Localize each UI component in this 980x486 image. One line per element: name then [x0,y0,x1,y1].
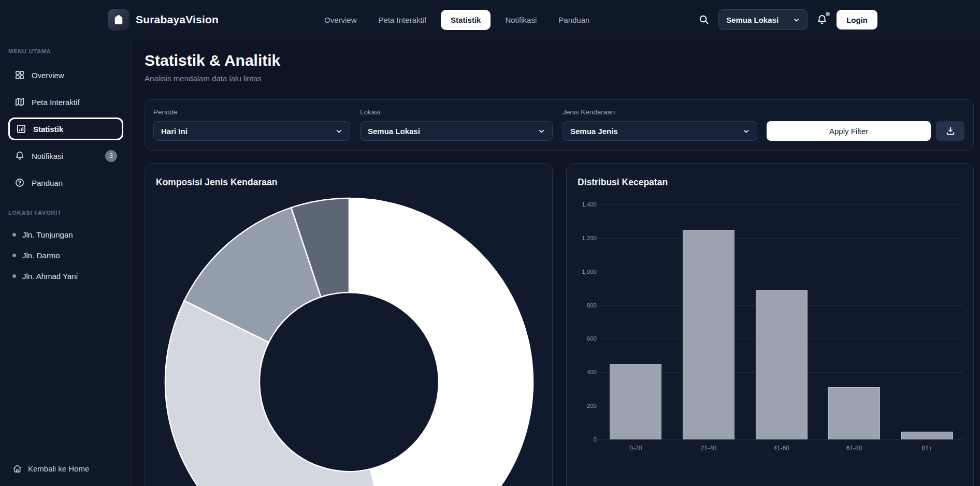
bullet-dot-icon [12,254,16,257]
y-axis-tick-label: 1,400 [568,201,597,208]
y-axis-tick-label: 200 [568,402,597,409]
x-axis-tick-label: 21-40 [672,445,745,452]
gridline [599,204,963,205]
jenis-kendaraan-select[interactable]: Semua Jenis [563,121,757,141]
bar [828,387,880,439]
bell-icon[interactable] [816,14,828,25]
main-content: Statistik & Analitik Analisis mendalam d… [132,39,980,486]
lokasi-select-value: Semua Lokasi [368,127,420,136]
y-axis-tick-label: 0 [568,436,597,443]
y-axis-tick-label: 1,200 [568,234,597,242]
bell-icon [15,151,25,161]
nav-link-panduan[interactable]: Panduan [551,10,597,30]
app-root: SurabayaVision Overview Peta Interaktif … [0,0,980,486]
sidebar-item-peta-interaktif[interactable]: Peta Interaktif [8,91,123,113]
y-axis-tick-label: 1,000 [568,268,597,275]
donut-segment [165,301,393,486]
login-button[interactable]: Login [837,10,877,30]
main-nav: Overview Peta Interaktif Statistik Notif… [317,0,597,39]
chevron-down-icon [336,128,342,135]
location-select-value: Semua Lokasi [726,16,779,24]
page-title: Statistik & Analitik [145,52,974,69]
lokasi-select[interactable]: Semua Lokasi [360,121,553,141]
gridline [599,238,963,239]
bullet-dot-icon [12,274,16,278]
y-axis-tick-label: 800 [568,302,597,309]
grid-icon [15,70,25,80]
home-icon [12,464,22,474]
x-axis-tick-label: 81+ [890,445,963,452]
map-icon [15,97,25,107]
bar [901,432,953,439]
bar [610,364,661,439]
x-axis-tick-label: 41-60 [745,445,818,452]
x-axis-tick-label: 0-20 [599,445,672,452]
x-axis-tick-label: 61-80 [818,445,891,452]
favorite-location-ahmad-yani[interactable]: Jln. Ahmad Yani [8,267,123,285]
chevron-down-icon [743,128,750,135]
shield-icon [108,9,129,31]
favorite-location-tunjungan[interactable]: Jln. Tunjungan [8,225,123,244]
download-icon [945,126,956,136]
favorite-label: Jln. Darmo [22,251,60,260]
filter-label: Periode [153,108,350,116]
jenis-kendaraan-select-value: Semua Jenis [570,127,618,136]
page-subtitle: Analisis mendalam data lalu lintas [145,74,974,83]
back-to-home-label: Kembali ke Home [28,464,89,473]
donut-segment [349,198,533,486]
sidebar-item-label: Overview [32,71,64,80]
notification-dot [826,12,830,16]
filter-bar: Periode Hari Ini Lokasi Semua Lokasi [145,99,974,151]
y-axis-tick-label: 400 [568,369,597,376]
location-select[interactable]: Semua Lokasi [718,9,808,30]
sidebar-favorites-header: LOKASI FAVORIT [8,210,123,217]
chevron-down-icon [538,128,545,135]
filter-group-periode: Periode Hari Ini [153,108,350,141]
sidebar-item-notifikasi[interactable]: Notifikasi 3 [8,144,123,167]
sidebar-item-overview[interactable]: Overview [8,64,123,86]
favorite-label: Jln. Ahmad Yani [22,272,78,281]
filter-group-jenis-kendaraan: Jenis Kendaraan Semua Jenis [563,108,757,141]
vehicle-composition-card: Komposisi Jenis Kendaraan [145,163,553,486]
top-navbar: SurabayaVision Overview Peta Interaktif … [0,0,980,39]
periode-select-value: Hari Ini [161,127,188,136]
nav-link-peta-interaktif[interactable]: Peta Interaktif [371,10,434,30]
nav-link-statistik[interactable]: Statistik [441,10,491,30]
chevron-down-icon [793,17,800,23]
filter-label: Jenis Kendaraan [563,108,757,116]
brand-home-link[interactable]: SurabayaVision [108,9,219,31]
help-icon [15,178,25,188]
bar-chart: 02004006008001,0001,2001,4000-2021-4041-… [567,164,973,486]
doughnut-chart [145,164,553,486]
notification-count-badge: 3 [105,150,117,162]
gridline [599,439,963,440]
brand-name: SurabayaVision [136,13,219,26]
favorite-label: Jln. Tunjungan [22,230,73,239]
sidebar-item-panduan[interactable]: Panduan [8,171,123,194]
bullet-dot-icon [12,233,16,237]
filter-group-lokasi: Lokasi Semua Lokasi [360,108,553,141]
bar-chart-icon [16,124,26,134]
speed-distribution-card: Distribusi Kecepatan 02004006008001,0001… [566,163,974,486]
bar [756,290,808,439]
filter-label: Lokasi [360,108,553,116]
favorite-location-darmo[interactable]: Jln. Darmo [8,246,123,264]
download-button[interactable] [936,121,964,141]
gridline [599,272,963,272]
sidebar-item-label: Peta Interaktif [32,98,80,107]
sidebar-item-label: Panduan [32,179,63,187]
charts-row: Komposisi Jenis Kendaraan Distribusi Kec… [145,163,974,486]
y-axis-tick-label: 600 [568,335,597,342]
sidebar-menu-header: MENU UTAMA [8,48,123,55]
apply-filter-button[interactable]: Apply Filter [767,121,931,141]
nav-link-overview[interactable]: Overview [317,10,364,30]
back-to-home-link[interactable]: Kembali ke Home [8,461,93,477]
sidebar-item-statistik[interactable]: Statistik [8,117,123,140]
nav-link-notifikasi[interactable]: Notifikasi [498,10,544,30]
navbar-right-cluster: Semua Lokasi Login [698,0,877,39]
sidebar: MENU UTAMA Overview Peta Interaktif [0,39,132,486]
sidebar-item-label: Statistik [33,125,63,134]
search-icon[interactable] [698,14,710,25]
periode-select[interactable]: Hari Ini [153,121,350,141]
bar [683,230,734,439]
